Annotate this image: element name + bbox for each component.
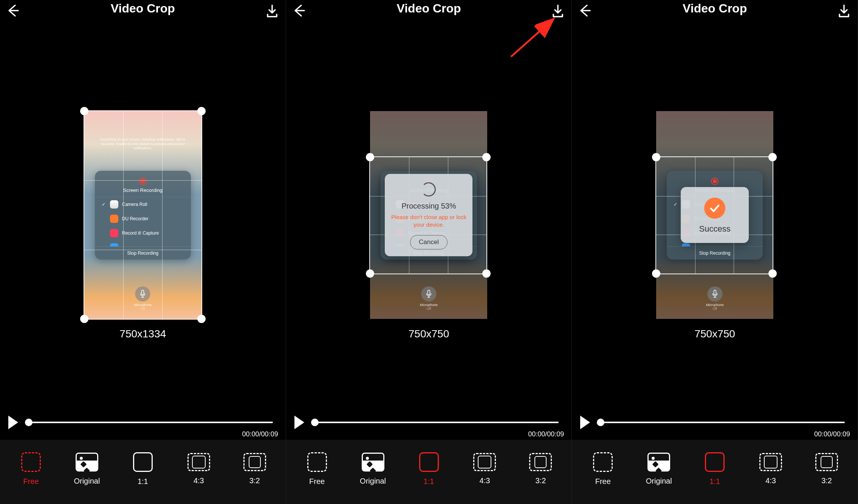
processing-dialog: Processing 53% Please don't close app or… xyxy=(385,174,472,256)
screen-3: Video Crop Screen Recording ✓Camera Roll… xyxy=(572,0,858,504)
crop-selection[interactable] xyxy=(84,110,202,320)
ratio-free[interactable]: Free xyxy=(3,452,59,486)
ratio-original[interactable]: Original xyxy=(59,453,115,485)
crop-handle-br[interactable] xyxy=(482,269,491,278)
ratio-label: 3:2 xyxy=(249,476,260,485)
screen-2: Video Crop Screen Recording ✓Camera Roll… xyxy=(286,0,572,504)
play-button[interactable] xyxy=(7,415,20,430)
timecode: 00:00/00:09 xyxy=(528,430,564,438)
crop-handle-bl[interactable] xyxy=(366,269,374,278)
success-check-icon xyxy=(704,198,725,219)
ratio-free[interactable]: Free xyxy=(575,452,631,486)
spinner-icon xyxy=(421,182,436,196)
timecode: 00:00/00:09 xyxy=(814,430,850,438)
ratio-1-1-icon xyxy=(133,452,153,472)
ratio-3-2[interactable]: 3:2 xyxy=(799,453,855,485)
ratio-4-3[interactable]: 4:3 xyxy=(171,453,227,485)
download-icon xyxy=(836,3,852,20)
ratio-3-2[interactable]: 3:2 xyxy=(513,453,568,485)
crop-handle-tr[interactable] xyxy=(768,153,777,161)
crop-handle-tl[interactable] xyxy=(652,153,660,161)
ratio-3-2-icon xyxy=(529,453,552,471)
timecode: 00:00/00:09 xyxy=(242,430,278,438)
crop-handle-tr[interactable] xyxy=(197,107,206,115)
download-icon xyxy=(264,3,280,20)
ratio-1-1[interactable]: 1:1 xyxy=(115,452,171,486)
header: Video Crop xyxy=(0,0,286,23)
transport-bar: 00:00/00:09 xyxy=(286,407,572,438)
ratio-4-3[interactable]: 4:3 xyxy=(743,453,799,485)
seek-slider[interactable] xyxy=(25,422,273,423)
seek-knob[interactable] xyxy=(597,419,604,426)
crop-handle-bl[interactable] xyxy=(80,315,88,323)
ratio-label: Free xyxy=(309,477,325,486)
back-button[interactable] xyxy=(5,3,20,18)
microphone-icon xyxy=(421,286,436,301)
microphone-indicator: Microphone Off xyxy=(706,286,724,311)
ratio-4-3-icon xyxy=(473,453,496,471)
seek-slider[interactable] xyxy=(311,422,559,423)
ratio-1-1-icon xyxy=(419,452,439,472)
crop-handle-br[interactable] xyxy=(197,315,206,323)
crop-handle-tr[interactable] xyxy=(482,153,491,161)
ratio-original[interactable]: Original xyxy=(345,453,401,485)
export-button[interactable] xyxy=(264,3,280,20)
ratio-toolbar: Free Original 1:1 4:3 3:2 xyxy=(572,440,858,504)
ratio-free-icon xyxy=(21,452,41,472)
ratio-3-2-icon xyxy=(243,453,266,471)
ratio-toolbar: Free Original 1:1 4:3 3:2 xyxy=(0,440,286,504)
ratio-original[interactable]: Original xyxy=(631,453,687,485)
preview-area: Screen Recording ✓Camera Roll DU Recorde… xyxy=(286,23,572,407)
success-title: Success xyxy=(687,224,743,234)
page-title: Video Crop xyxy=(683,2,747,15)
ratio-4-3[interactable]: 4:3 xyxy=(457,453,513,485)
page-title: Video Crop xyxy=(396,2,461,15)
cancel-button[interactable]: Cancel xyxy=(410,235,448,249)
ratio-label: 3:2 xyxy=(821,476,832,485)
ratio-label: 1:1 xyxy=(138,477,148,486)
microphone-indicator: Microphone Off xyxy=(420,286,438,311)
ratio-4-3-icon xyxy=(187,453,210,471)
ratio-label: 3:2 xyxy=(535,476,546,485)
seek-knob[interactable] xyxy=(311,419,319,426)
back-arrow-icon xyxy=(5,3,20,18)
crop-handle-br[interactable] xyxy=(768,269,777,278)
preview-area: Everything on your screen, including not… xyxy=(0,23,286,407)
export-button[interactable] xyxy=(836,3,852,20)
ratio-1-1[interactable]: 1:1 xyxy=(401,452,457,486)
ratio-free[interactable]: Free xyxy=(289,452,345,486)
seek-slider[interactable] xyxy=(597,422,845,423)
annotation-arrow xyxy=(507,15,560,60)
seek-knob[interactable] xyxy=(25,419,33,426)
ratio-3-2-icon xyxy=(815,453,838,471)
crop-handle-tl[interactable] xyxy=(366,153,374,161)
play-button[interactable] xyxy=(293,415,306,430)
transport-bar: 00:00/00:09 xyxy=(0,407,286,438)
back-button[interactable] xyxy=(291,3,307,18)
processing-warning: Please don't close app or lock your devi… xyxy=(391,213,466,229)
mic-label: Microphone xyxy=(706,303,724,307)
transport-bar: 00:00/00:09 xyxy=(572,407,858,438)
ratio-label: 4:3 xyxy=(765,476,776,485)
mic-label: Microphone xyxy=(420,303,438,307)
microphone-icon xyxy=(707,286,722,301)
ratio-3-2[interactable]: 3:2 xyxy=(227,453,283,485)
crop-dimensions: 750x1334 xyxy=(84,328,201,340)
ratio-1-1[interactable]: 1:1 xyxy=(687,452,743,486)
crop-dimensions: 750x750 xyxy=(656,328,773,340)
ratio-label: 4:3 xyxy=(480,476,490,485)
header: Video Crop xyxy=(572,0,858,23)
play-icon xyxy=(7,415,20,430)
preview-area: Screen Recording ✓Camera Roll DU Recorde… xyxy=(572,23,858,407)
play-icon xyxy=(579,415,592,430)
crop-handle-bl[interactable] xyxy=(652,269,660,278)
ratio-label: 1:1 xyxy=(709,477,720,486)
ratio-original-icon xyxy=(647,453,670,472)
video-preview: Everything on your screen, including not… xyxy=(84,111,201,319)
crop-handle-tl[interactable] xyxy=(80,107,88,115)
ratio-original-icon xyxy=(362,453,384,472)
ratio-toolbar: Free Original 1:1 4:3 3:2 xyxy=(286,440,572,504)
back-button[interactable] xyxy=(577,3,592,18)
mic-state: Off xyxy=(706,307,724,311)
play-button[interactable] xyxy=(579,415,592,430)
